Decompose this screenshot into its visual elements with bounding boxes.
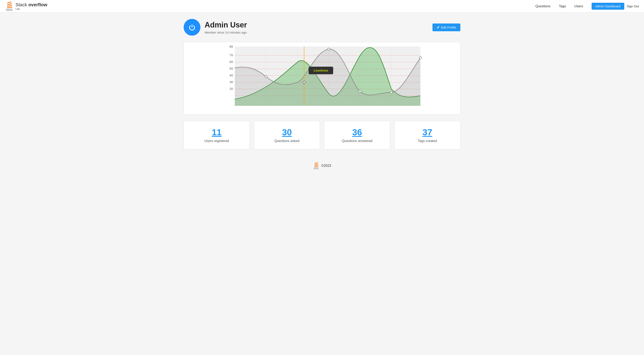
svg-rect-40 <box>315 165 318 166</box>
brand-name: Stack overflow <box>16 2 48 7</box>
stat-card-questions-asked: 30 Questions asked <box>254 121 320 149</box>
brand-link[interactable]: Stack overflow Lite <box>5 1 48 11</box>
svg-point-35 <box>419 57 422 59</box>
footer-icon <box>313 162 320 170</box>
profile-member-since: Member since 14 minutes ago <box>204 31 247 34</box>
footer-copyright: ©2023 <box>321 164 331 168</box>
main-content: Admin User Member since 14 minutes ago E… <box>175 13 469 180</box>
nav-users[interactable]: Users <box>574 5 583 8</box>
stat-users-label: Users registered <box>188 139 245 143</box>
svg-point-34 <box>390 91 392 94</box>
stat-users-number[interactable]: 11 <box>188 127 245 137</box>
profile-left: Admin User Member since 14 minutes ago <box>184 19 247 36</box>
nav-links: Questions Tags Users <box>536 5 583 8</box>
svg-text:20: 20 <box>230 87 233 90</box>
stat-tags-number[interactable]: 37 <box>399 127 456 137</box>
svg-point-33 <box>359 90 361 93</box>
stat-questions-answered-number[interactable]: 36 <box>328 127 386 137</box>
stat-tags-label: Tags created <box>399 139 456 143</box>
edit-icon <box>437 26 440 29</box>
svg-point-36 <box>303 81 305 84</box>
svg-rect-38 <box>314 169 319 169</box>
nav-questions[interactable]: Questions <box>536 5 550 8</box>
svg-rect-3 <box>7 5 12 7</box>
svg-text:80: 80 <box>230 45 233 48</box>
svg-point-31 <box>265 76 267 78</box>
svg-rect-37 <box>314 168 319 168</box>
stat-card-users: 11 Users registered <box>184 121 250 149</box>
stats-grid: 11 Users registered 30 Questions asked 3… <box>184 121 460 149</box>
svg-text:LineAnno: LineAnno <box>314 69 328 72</box>
svg-text:70: 70 <box>230 53 233 57</box>
svg-rect-0 <box>6 9 12 10</box>
svg-text:60: 60 <box>230 60 233 64</box>
navbar: Stack overflow Lite Questions Tags Users… <box>0 0 644 13</box>
avatar <box>184 19 200 36</box>
svg-rect-5 <box>7 1 11 4</box>
stat-questions-asked-number[interactable]: 30 <box>258 127 316 137</box>
svg-text:50: 50 <box>230 67 233 70</box>
stat-card-tags: 37 Tags created <box>394 121 460 149</box>
stat-card-questions-answered: 36 Questions answered <box>324 121 390 149</box>
brand-icon <box>5 1 14 11</box>
profile-name: Admin User <box>204 21 247 29</box>
admin-dashboard-button[interactable]: Admin Dashboard <box>592 3 624 10</box>
signout-button[interactable]: Sign Out <box>627 5 639 8</box>
svg-text:40: 40 <box>230 74 233 77</box>
svg-rect-39 <box>315 166 318 167</box>
stat-questions-answered-label: Questions answered <box>328 139 386 143</box>
chart-svg: 80 70 60 50 40 30 20 LineAnno <box>188 44 456 111</box>
chart-container: 80 70 60 50 40 30 20 LineAnno <box>184 42 460 115</box>
svg-rect-2 <box>7 7 12 8</box>
footer: ©2023 <box>184 158 460 174</box>
svg-rect-42 <box>315 162 318 164</box>
edit-profile-button[interactable]: Edit Profile <box>432 24 460 31</box>
svg-point-32 <box>328 48 330 50</box>
profile-info: Admin User Member since 14 minutes ago <box>204 21 247 34</box>
stat-questions-asked-label: Questions asked <box>258 139 316 143</box>
svg-rect-1 <box>6 10 12 11</box>
profile-header: Admin User Member since 14 minutes ago E… <box>184 19 460 36</box>
nav-tags[interactable]: Tags <box>559 5 566 8</box>
avatar-icon <box>187 22 197 32</box>
brand-sub: Lite <box>16 8 48 10</box>
svg-text:30: 30 <box>230 80 233 84</box>
